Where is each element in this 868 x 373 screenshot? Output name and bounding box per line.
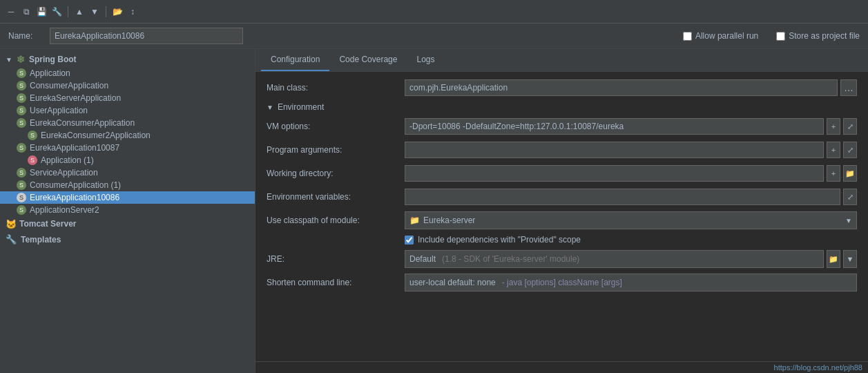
list-item-eureka-server-app[interactable]: S EurekaServerApplication: [0, 92, 255, 104]
spring-icon-selected: S: [17, 193, 26, 202]
settings-icon[interactable]: 🔧: [51, 6, 62, 17]
config-content: Main class: … ▼ Environment VM options: …: [255, 72, 868, 361]
item-label: ConsumerApplication: [30, 81, 108, 90]
shorten-row: Shorten command line: user-local default…: [267, 274, 857, 291]
working-dir-browse-btn[interactable]: 📁: [843, 165, 857, 182]
vm-options-field: + ⤢: [405, 118, 857, 135]
vm-options-label: VM options:: [267, 122, 405, 131]
env-vars-field: ⤢: [405, 189, 857, 205]
spring-icon: S: [17, 168, 26, 178]
sidebar: ▼ ❄ Spring Boot S Application S Consumer…: [0, 49, 255, 373]
tomcat-server-group[interactable]: 🐱 Tomcat Server: [0, 216, 255, 231]
expand-icon: ▼: [6, 56, 12, 64]
main-class-browse-btn[interactable]: …: [840, 79, 857, 96]
tab-configuration[interactable]: Configuration: [261, 49, 329, 71]
list-item-eureka-consumer-app[interactable]: S EurekaConsumerApplication: [0, 117, 255, 129]
shorten-select[interactable]: user-local default: none - java [options…: [405, 274, 857, 291]
list-item-application-1[interactable]: S Application (1): [0, 154, 255, 166]
env-vars-input[interactable]: [405, 189, 840, 205]
jre-browse-btn[interactable]: 📁: [827, 250, 840, 268]
toolbar-sep2: [106, 6, 106, 17]
list-item-service-app[interactable]: S ServiceApplication: [0, 166, 255, 179]
vm-options-add-btn[interactable]: +: [827, 118, 840, 135]
vm-options-row: VM options: + ⤢: [267, 117, 857, 135]
tomcat-label: Tomcat Server: [19, 219, 76, 229]
environment-arrow: ▼: [267, 104, 273, 111]
copy-icon[interactable]: ⧉: [21, 6, 32, 17]
env-vars-row: Environment variables: ⤢: [267, 188, 857, 206]
program-args-add-btn[interactable]: +: [827, 142, 840, 158]
folder-icon[interactable]: 📂: [112, 6, 123, 17]
status-url: https://blog.csdn.net/pjh88: [774, 363, 862, 372]
vm-options-expand-btn[interactable]: ⤢: [843, 118, 857, 135]
minimize-icon[interactable]: ─: [6, 6, 17, 17]
program-args-field: + ⤢: [405, 142, 857, 158]
spring-icon: S: [28, 131, 37, 140]
working-dir-input[interactable]: [405, 165, 824, 182]
classpath-row: Use classpath of module: 📁 Eureka-server…: [267, 211, 857, 229]
jre-select[interactable]: Default (1.8 - SDK of 'Eureka-server' mo…: [405, 250, 824, 268]
store-project-checkbox[interactable]: [776, 32, 785, 41]
jre-detail: (1.8 - SDK of 'Eureka-server' module): [442, 254, 579, 264]
include-deps-checkbox[interactable]: [405, 236, 414, 245]
templates-label: Templates: [21, 235, 61, 245]
list-item-user-app[interactable]: S UserApplication: [0, 104, 255, 117]
allow-parallel-label: Allow parallel run: [695, 31, 758, 41]
include-deps-label: Include dependencies with "Provided" sco…: [418, 235, 581, 245]
program-args-expand-btn[interactable]: ⤢: [843, 142, 857, 158]
right-panel: Configuration Code Coverage Logs Main cl…: [255, 49, 868, 373]
module-select-arrow: ▼: [845, 217, 852, 224]
main-class-input[interactable]: [405, 79, 838, 96]
jre-arrow-btn[interactable]: ▼: [843, 250, 857, 268]
list-item-app-server2[interactable]: S ApplicationServer2: [0, 204, 255, 216]
move-up-icon[interactable]: ▲: [74, 6, 85, 17]
jre-row: JRE: Default (1.8 - SDK of 'Eureka-serve…: [267, 250, 857, 268]
spring-icon: S: [17, 143, 26, 153]
list-item-eureka-app-10086[interactable]: S EurekaApplication10086: [0, 191, 255, 204]
classpath-label: Use classpath of module:: [267, 216, 405, 225]
vm-options-input[interactable]: [405, 118, 824, 135]
list-item-consumer-app[interactable]: S ConsumerApplication: [0, 79, 255, 92]
toolbar-sep1: [68, 6, 68, 17]
item-label: EurekaServerApplication: [30, 93, 121, 103]
list-item-eureka-consumer2-app[interactable]: S EurekaConsumer2Application: [0, 129, 255, 142]
tabs: Configuration Code Coverage Logs: [255, 49, 868, 72]
working-dir-field: + 📁: [405, 165, 857, 182]
spring-boot-label: Spring Boot: [29, 55, 77, 64]
module-folder-icon: 📁: [409, 216, 420, 225]
allow-parallel-checkbox[interactable]: [683, 32, 692, 41]
spring-boot-group[interactable]: ▼ ❄ Spring Boot: [0, 52, 255, 67]
jre-field: Default (1.8 - SDK of 'Eureka-server' mo…: [405, 250, 857, 268]
store-project-label: Store as project file: [789, 31, 860, 41]
move-down-icon[interactable]: ▼: [89, 6, 100, 17]
list-item-application[interactable]: S Application: [0, 67, 255, 79]
save-icon[interactable]: 💾: [36, 6, 47, 17]
item-label: ApplicationServer2: [30, 205, 99, 215]
tab-logs[interactable]: Logs: [407, 49, 444, 71]
environment-section[interactable]: ▼ Environment: [267, 102, 857, 112]
working-dir-row: Working directory: + 📁: [267, 164, 857, 182]
item-label: EurekaConsumer2Application: [41, 131, 151, 140]
spring-icon-red: S: [28, 155, 37, 165]
sort-icon[interactable]: ↕: [127, 6, 138, 17]
tab-code-coverage[interactable]: Code Coverage: [329, 49, 407, 71]
program-args-input[interactable]: [405, 142, 824, 158]
list-item-consumer-app-1[interactable]: S ConsumerApplication (1): [0, 179, 255, 191]
name-input[interactable]: [50, 28, 243, 44]
include-deps-row: Include dependencies with "Provided" sco…: [267, 235, 857, 245]
shorten-label: Shorten command line:: [267, 278, 405, 287]
templates-group[interactable]: 🔧 Templates: [0, 231, 255, 247]
working-dir-label: Working directory:: [267, 169, 405, 178]
spring-icon: S: [17, 205, 26, 215]
env-vars-expand-btn[interactable]: ⤢: [843, 189, 857, 205]
module-select[interactable]: 📁 Eureka-server ▼: [405, 211, 857, 229]
list-item-eureka-app-10087[interactable]: S EurekaApplication10087: [0, 142, 255, 154]
store-project-container: Store as project file: [776, 31, 860, 41]
program-args-label: Program arguments:: [267, 145, 405, 155]
item-label: UserApplication: [30, 106, 88, 115]
main-class-row: Main class: …: [267, 79, 857, 97]
item-label: EurekaConsumerApplication: [30, 118, 135, 128]
working-dir-add-btn[interactable]: +: [827, 165, 840, 182]
shorten-field: user-local default: none - java [options…: [405, 274, 857, 291]
spring-icon: S: [17, 68, 26, 78]
